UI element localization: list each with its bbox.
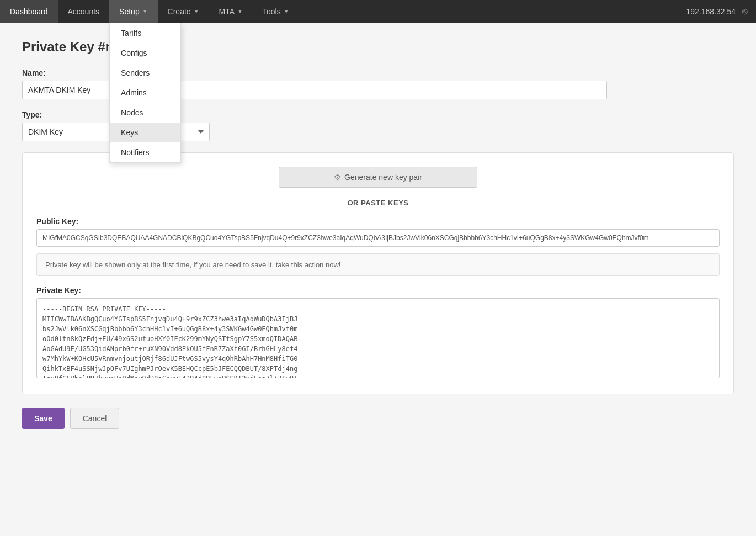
- dropdown-item-senders[interactable]: Senders: [110, 63, 180, 83]
- private-key-textarea[interactable]: -----BEGIN RSA PRIVATE KEY----- MIICWwIB…: [36, 298, 720, 378]
- public-key-group: Public Key:: [36, 217, 720, 253]
- dropdown-item-admins[interactable]: Admins: [110, 83, 180, 103]
- save-button[interactable]: Save: [22, 408, 65, 429]
- private-key-group: Private Key: -----BEGIN RSA PRIVATE KEY-…: [36, 286, 720, 380]
- nav-tools[interactable]: Tools ▼: [253, 0, 299, 23]
- action-buttons: Save Cancel: [22, 408, 734, 429]
- private-key-info: Private key will be shown only at the fi…: [36, 253, 720, 276]
- nav-create[interactable]: Create ▼: [158, 0, 209, 23]
- ip-address: 192.168.32.54: [686, 7, 736, 16]
- public-key-input[interactable]: [36, 229, 720, 247]
- private-key-label: Private Key:: [36, 286, 720, 295]
- nav-mta[interactable]: MTA ▼: [209, 0, 253, 23]
- gear-icon: ⚙: [334, 173, 341, 182]
- nav-setup[interactable]: Setup ▼ Tariffs Configs Senders Admins N…: [109, 0, 158, 23]
- key-section: ⚙Generate new key pair OR PASTE KEYS Pub…: [22, 152, 734, 394]
- public-key-label: Public Key:: [36, 217, 720, 226]
- generate-key-button[interactable]: ⚙Generate new key pair: [279, 167, 477, 188]
- nav-accounts[interactable]: Accounts: [58, 0, 110, 23]
- dropdown-item-nodes[interactable]: Nodes: [110, 103, 180, 123]
- chevron-down-icon: ▼: [237, 8, 243, 14]
- logout-icon[interactable]: ⎋: [742, 7, 748, 17]
- chevron-down-icon: ▼: [194, 8, 199, 14]
- nav-dashboard[interactable]: Dashboard: [0, 0, 58, 23]
- chevron-down-icon: ▼: [142, 8, 148, 14]
- setup-dropdown: Tariffs Configs Senders Admins Nodes Key…: [109, 23, 181, 163]
- navbar-right: 192.168.32.54 ⎋: [678, 0, 756, 23]
- navbar: Dashboard Accounts Setup ▼ Tariffs Confi…: [0, 0, 756, 23]
- dropdown-item-keys[interactable]: Keys: [110, 123, 180, 142]
- dropdown-item-tariffs[interactable]: Tariffs: [110, 23, 180, 43]
- cancel-button[interactable]: Cancel: [70, 408, 120, 429]
- dropdown-item-configs[interactable]: Configs: [110, 43, 180, 63]
- dropdown-item-notifiers[interactable]: Notifiers: [110, 142, 180, 162]
- or-paste-label: OR PASTE KEYS: [36, 199, 720, 207]
- chevron-down-icon: ▼: [284, 8, 289, 14]
